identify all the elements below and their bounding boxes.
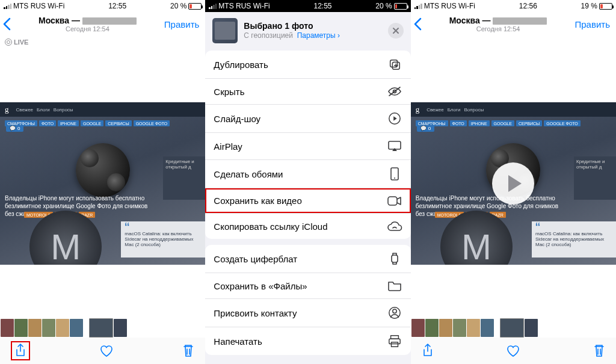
delete-button[interactable]: [182, 344, 194, 358]
svg-rect-8: [392, 255, 398, 262]
redacted-text: [493, 17, 547, 25]
status-bar: MTS RUS Wi-Fi 12:55 20 %: [205, 0, 410, 12]
share-icon: [422, 344, 434, 358]
battery-percent: 20 %: [170, 2, 186, 10]
action-cloud[interactable]: Скопировать ссылку iCloud: [205, 214, 410, 239]
carrier-label: MTS RUS Wi-Fi: [424, 2, 475, 10]
back-button[interactable]: [413, 17, 422, 31]
print-icon: [387, 335, 402, 348]
thumbnail-strip[interactable]: [0, 318, 205, 338]
status-bar: MTS RUS Wi-Fi 12:56 19 %: [411, 0, 616, 12]
video-icon: [387, 196, 402, 206]
action-duplicate[interactable]: Дублировать: [205, 51, 410, 79]
action-print[interactable]: Напечатать: [205, 327, 410, 355]
bottom-toolbar: [411, 338, 616, 364]
signal-icon: [4, 3, 11, 9]
cloud-icon: [387, 221, 402, 232]
signal-icon: [414, 3, 422, 9]
thumbnail-strip[interactable]: [411, 318, 616, 338]
bottom-toolbar: [0, 338, 205, 364]
share-button[interactable]: [422, 344, 434, 358]
carrier-label: MTS RUS Wi-Fi: [218, 2, 270, 10]
action-label: Скопировать ссылку iCloud: [214, 221, 327, 232]
action-folder[interactable]: Сохранить в «Файлы»: [205, 273, 410, 299]
svg-rect-7: [388, 197, 397, 205]
action-label: AirPlay: [214, 141, 242, 152]
share-options-link[interactable]: Параметры ›: [297, 31, 340, 40]
share-actions-group-1: ДублироватьСкрытьСлайд-шоуAirPlayСделать…: [205, 51, 410, 239]
status-bar: MTS RUS Wi-Fi 12:55 20 %: [0, 0, 205, 12]
battery-icon: [599, 3, 612, 10]
play-button[interactable]: [492, 162, 534, 205]
eye-off-icon: [387, 86, 402, 97]
action-eye-off[interactable]: Скрыть: [205, 79, 410, 105]
action-watch[interactable]: Создать циферблат: [205, 245, 410, 273]
screen-share-sheet: MTS RUS Wi-Fi 12:55 20 % Выбрано 1 фото …: [205, 0, 410, 364]
carrier-label: MTS RUS Wi-Fi: [13, 2, 64, 10]
page-title: Москва —: [422, 16, 575, 25]
svg-rect-12: [389, 339, 399, 344]
share-subtitle: С геопозицией Параметры ›: [244, 31, 381, 40]
close-button[interactable]: [388, 23, 404, 39]
action-label: Слайд-шоу: [214, 114, 260, 124]
favorite-button[interactable]: [99, 344, 114, 357]
action-label: Напечатать: [214, 336, 262, 347]
action-label: Сохранить в «Файлы»: [214, 281, 307, 291]
action-person[interactable]: Присвоить контакту: [205, 299, 410, 327]
delete-button[interactable]: [593, 344, 605, 358]
favorite-button[interactable]: [506, 344, 520, 357]
video-content[interactable]: g Свежее Блоги Вопросы СМАРТФОНЫ ФОТО IP…: [411, 102, 616, 265]
action-label: Создать циферблат: [214, 254, 297, 264]
svg-rect-13: [391, 342, 398, 347]
heart-icon: [99, 344, 114, 357]
folder-icon: [387, 280, 402, 291]
share-sheet-header: Выбрано 1 фото С геопозицией Параметры ›: [205, 12, 410, 51]
share-icon: [14, 344, 26, 358]
svg-point-10: [392, 309, 396, 313]
person-icon: [387, 306, 402, 319]
edit-button[interactable]: Править: [164, 19, 200, 29]
signal-icon: [209, 3, 217, 9]
nav-header: Москва — Сегодня 12:54 Править: [0, 12, 205, 34]
heart-icon: [506, 344, 520, 357]
action-label: Скрыть: [214, 87, 244, 97]
clock-label: 12:55: [108, 2, 126, 10]
live-badge: LIVE: [5, 39, 28, 46]
redacted-text: [82, 17, 137, 25]
battery-icon: [188, 3, 202, 10]
action-label: Дублировать: [214, 60, 268, 70]
screen-photo-view: MTS RUS Wi-Fi 12:55 20 % Москва — Сегодн…: [0, 0, 205, 364]
share-button[interactable]: [11, 341, 30, 360]
page-subtitle: Сегодня 12:54: [11, 25, 164, 33]
close-icon: [392, 27, 399, 34]
trash-icon: [182, 344, 194, 358]
svg-point-6: [394, 177, 395, 179]
airplay-icon: [387, 140, 402, 152]
action-play-circle[interactable]: Слайд-шоу: [205, 105, 410, 133]
clock-label: 12:55: [313, 2, 331, 10]
page-title: Москва —: [11, 16, 164, 25]
duplicate-icon: [387, 58, 402, 71]
battery-icon: [394, 3, 407, 10]
play-circle-icon: [387, 112, 402, 125]
svg-rect-11: [390, 336, 398, 339]
action-label: Сделать обоями: [214, 169, 283, 179]
photo-content[interactable]: g Свежее Блоги Вопросы СМАРТФОНЫ ФОТО IP…: [0, 102, 205, 265]
live-icon: [5, 39, 12, 46]
phone-icon: [387, 167, 402, 180]
share-thumbnail: [212, 18, 238, 43]
action-label: Присвоить контакту: [214, 308, 297, 318]
back-button[interactable]: [2, 17, 11, 31]
nav-header: Москва — Сегодня 12:54 Править: [411, 12, 616, 34]
clock-label: 12:56: [519, 2, 537, 10]
action-airplay[interactable]: AirPlay: [205, 133, 410, 160]
battery-percent: 19 %: [581, 2, 597, 10]
action-phone[interactable]: Сделать обоями: [205, 160, 410, 188]
watch-icon: [387, 252, 402, 265]
edit-button[interactable]: Править: [574, 19, 610, 29]
trash-icon: [593, 344, 605, 358]
action-video[interactable]: Сохранить как видео: [205, 188, 410, 214]
action-label: Сохранить как видео: [214, 196, 301, 206]
share-title: Выбрано 1 фото: [244, 21, 381, 32]
share-actions-group-2: Создать циферблатСохранить в «Файлы»Прис…: [205, 245, 410, 355]
